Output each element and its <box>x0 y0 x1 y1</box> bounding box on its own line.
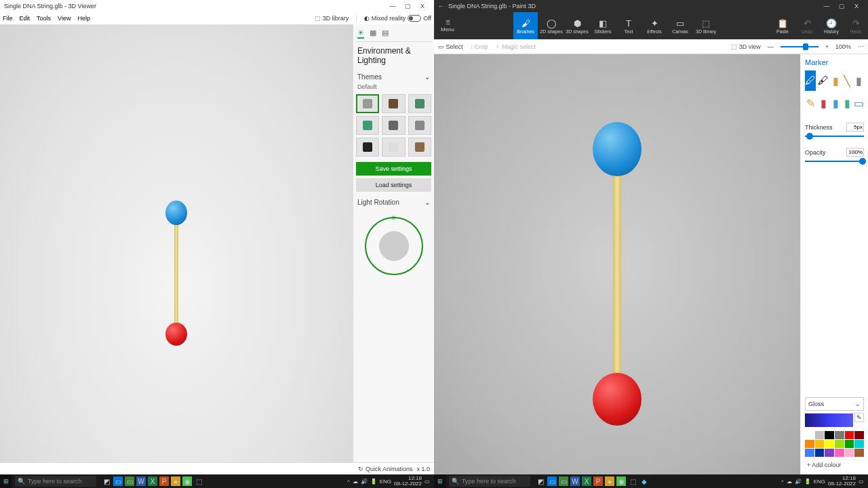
app-icon[interactable]: ● <box>171 476 180 486</box>
paste-button[interactable]: 📋Paste <box>770 12 795 39</box>
zoom-out-button[interactable]: — <box>768 43 774 50</box>
system-tray[interactable]: ^☁🔊🔋ENG 12:1808-12-2022 ▭ <box>343 476 434 487</box>
redo-button[interactable]: ↷Redo <box>844 12 868 39</box>
playback-speed[interactable]: x 1.0 <box>416 466 430 472</box>
system-tray[interactable]: ^☁🔊🔋ENG 12:1808-12-2022 ▭ <box>777 476 868 487</box>
finish-select[interactable]: Gloss⌄ <box>805 397 864 411</box>
color-swatch[interactable] <box>805 449 814 457</box>
minimize-button[interactable]: — <box>819 3 834 9</box>
light-rotation-control[interactable]: ☀ <box>365 217 423 275</box>
app-icon[interactable]: ◉ <box>616 476 626 486</box>
color-swatch[interactable] <box>805 440 814 448</box>
color-swatch[interactable] <box>815 449 825 457</box>
thickness-input[interactable] <box>846 123 864 131</box>
brush-pixel[interactable]: ▮ <box>831 93 840 113</box>
tab-stats-icon[interactable]: ▦ <box>370 28 376 39</box>
search-box[interactable]: 🔍 Type here to search <box>449 476 530 487</box>
brush-fill[interactable]: ▭ <box>854 93 864 113</box>
zoom-slider[interactable] <box>781 46 818 47</box>
eyedropper-button[interactable]: ✎ <box>854 413 864 422</box>
brush-watercolor[interactable]: ╲ <box>842 70 852 91</box>
back-icon[interactable]: ← <box>438 3 444 9</box>
color-swatch[interactable] <box>805 431 814 439</box>
menu-view[interactable]: View <box>58 15 71 22</box>
select-button[interactable]: ▭ Select <box>438 43 463 50</box>
brush-crayon[interactable]: ▮ <box>818 93 829 113</box>
color-swatch[interactable] <box>845 431 854 439</box>
brush-calligraphy[interactable]: 🖋 <box>818 70 829 91</box>
mixed-reality-toggle[interactable]: ◐ Mixed reality Off <box>364 15 431 22</box>
theme-option[interactable] <box>408 116 431 135</box>
zoom-in-button[interactable]: + <box>825 43 829 50</box>
theme-option[interactable] <box>356 94 379 113</box>
app-icon[interactable]: W <box>136 476 146 486</box>
menu-help[interactable]: Help <box>77 15 90 22</box>
color-swatch[interactable] <box>835 431 844 439</box>
light-rotation-header[interactable]: Light Rotation⌄ <box>357 199 430 206</box>
color-swatch[interactable] <box>835 449 844 457</box>
tab-lighting-icon[interactable]: ☀ <box>357 28 364 39</box>
tool-stickers[interactable]: ◧Stickers <box>591 12 615 39</box>
color-swatch[interactable] <box>825 431 834 439</box>
viewer-canvas[interactable] <box>0 24 353 462</box>
brush-oil[interactable]: ▮ <box>831 70 840 91</box>
thickness-slider[interactable] <box>805 136 864 137</box>
app-icon[interactable]: P <box>593 476 603 486</box>
quick-animations-button[interactable]: ↻ Quick Animations <box>358 466 412 472</box>
maximize-button[interactable]: ▢ <box>400 3 415 9</box>
app-icon[interactable]: W <box>570 476 580 486</box>
tool-2d-shapes[interactable]: ◯2D shapes <box>539 12 564 39</box>
close-button[interactable]: X <box>415 3 430 9</box>
theme-option[interactable] <box>408 94 431 113</box>
task-view-icon[interactable]: ◩ <box>102 476 111 486</box>
app-icon[interactable]: ● <box>605 476 614 486</box>
close-button[interactable]: X <box>849 3 864 9</box>
add-color-button[interactable]: + Add colour <box>805 460 864 470</box>
tool-3d-library[interactable]: ⬚3D library <box>694 12 718 39</box>
current-color[interactable] <box>805 413 853 427</box>
app-icon[interactable]: ▭ <box>113 476 123 486</box>
menu-button[interactable]: ☰Menu <box>434 12 461 39</box>
theme-option[interactable] <box>382 116 405 135</box>
theme-option[interactable] <box>382 94 405 113</box>
save-settings-button[interactable]: Save settings <box>356 162 431 176</box>
menu-edit[interactable]: Edit <box>20 15 31 22</box>
app-icon[interactable]: ◉ <box>182 476 192 486</box>
app-icon[interactable]: ▭ <box>547 476 557 486</box>
app-icon[interactable]: ◆ <box>639 476 649 486</box>
crop-button[interactable]: ⟂ Crop <box>470 43 488 50</box>
more-icon[interactable]: ⋯ <box>858 43 864 50</box>
app-icon[interactable]: ⬚ <box>628 476 637 486</box>
brush-spray[interactable]: ▮ <box>842 93 852 113</box>
magic-select-button[interactable]: ✧ Magic select <box>495 43 536 50</box>
color-swatch[interactable] <box>835 440 844 448</box>
tool-3d-shapes[interactable]: ⬢3D shapes <box>565 12 589 39</box>
app-icon[interactable]: ▭ <box>559 476 568 486</box>
brush-eraser[interactable]: ✎ <box>805 93 816 113</box>
theme-option[interactable] <box>382 138 405 157</box>
color-swatch[interactable] <box>854 431 864 439</box>
tool-canvas[interactable]: ▭Canvas <box>668 12 692 39</box>
task-view-icon[interactable]: ◩ <box>536 476 545 486</box>
theme-option[interactable] <box>356 116 379 135</box>
minimize-button[interactable]: — <box>385 3 400 9</box>
history-button[interactable]: 🕘History <box>819 12 844 39</box>
maximize-button[interactable]: ▢ <box>834 3 849 9</box>
app-icon[interactable]: P <box>159 476 169 486</box>
tool-effects[interactable]: ✦Effects <box>642 12 667 39</box>
paint-canvas[interactable] <box>434 54 800 474</box>
color-swatch[interactable] <box>854 440 864 448</box>
opacity-slider[interactable] <box>805 161 864 162</box>
start-button[interactable]: ⊞ <box>434 474 446 488</box>
start-button[interactable]: ⊞ <box>0 474 12 488</box>
theme-option[interactable] <box>408 138 431 157</box>
search-box[interactable]: 🔍 Type here to search <box>15 476 96 487</box>
3d-view-button[interactable]: ⬚ 3D view <box>731 43 761 50</box>
brush-marker[interactable]: 🖊 <box>805 70 816 91</box>
app-icon[interactable]: ⬚ <box>194 476 203 486</box>
brush-pencil[interactable]: ▮ <box>854 70 864 91</box>
themes-header[interactable]: Themes⌄ <box>357 73 430 81</box>
color-swatch[interactable] <box>845 440 854 448</box>
app-icon[interactable]: ▭ <box>125 476 134 486</box>
color-swatch[interactable] <box>825 449 834 457</box>
